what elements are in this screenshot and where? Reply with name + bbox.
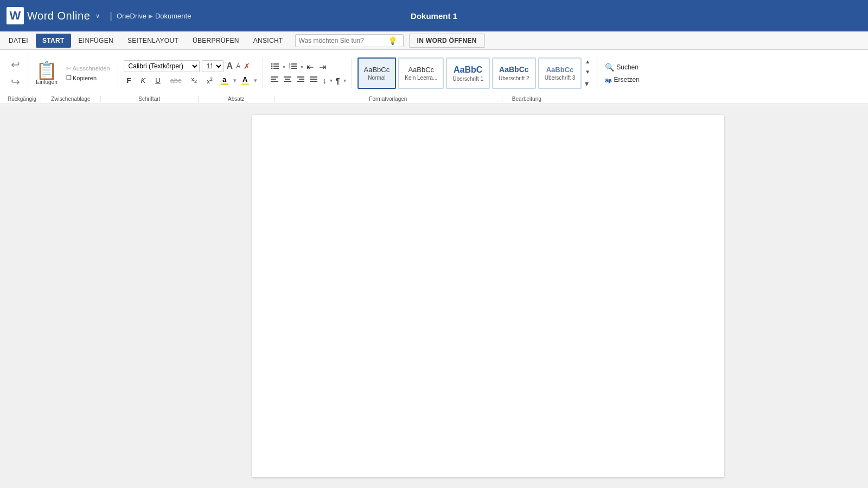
svg-rect-13 — [271, 79, 276, 80]
search-area[interactable]: 💡 — [295, 34, 404, 47]
style-heading3-button[interactable]: AaBbCc Überschrift 3 — [538, 57, 582, 89]
style-heading1-preview: AaBbC — [454, 65, 482, 75]
clipboard-sub-buttons: ✂ Ausschneiden ❒ Kopieren — [64, 65, 112, 82]
svg-point-2 — [271, 65, 272, 67]
find-button[interactable]: 🔍 Suchen — [603, 62, 642, 73]
word-logo-box: W — [7, 7, 24, 24]
line-spacing-button[interactable]: ↕ — [321, 75, 329, 86]
style-heading2-button[interactable]: AaBbCc Überschrift 2 — [492, 57, 536, 89]
numbering-button[interactable]: 1.2.3. — [286, 61, 299, 73]
svg-text:3.: 3. — [289, 67, 291, 70]
italic-button[interactable]: K — [138, 75, 149, 86]
breadcrumb[interactable]: OneDrive ▶ Dokumente — [117, 12, 191, 20]
clear-format-button[interactable]: ✗ — [242, 61, 251, 71]
svg-rect-17 — [285, 79, 290, 80]
line-spacing-dropdown[interactable]: ▾ — [330, 78, 333, 84]
grow-font-button[interactable]: A — [226, 61, 234, 72]
styles-more-button[interactable]: ▾ — [584, 78, 591, 89]
svg-rect-26 — [310, 81, 317, 82]
title-bar: W Word Online ∨ | OneDrive ▶ Dokumente D… — [0, 0, 868, 31]
replace-icon: aᵦ — [605, 76, 611, 84]
label-ruckgangig: Rückgängig — [3, 96, 41, 102]
open-in-word-button[interactable]: IN WORD ÖFFNEN — [409, 34, 485, 48]
title-separator: | — [110, 10, 112, 22]
numbering-dropdown[interactable]: ▾ — [301, 64, 303, 70]
menu-bar: DATEI START EINFÜGEN SEITENLAYOUT ÜBERPR… — [0, 31, 868, 50]
font-color-button[interactable]: a — [219, 74, 230, 86]
show-paragraph-button[interactable]: ¶ — [334, 75, 342, 86]
style-normal-button[interactable]: AaBbCc Normal — [358, 57, 397, 89]
svg-rect-21 — [299, 79, 304, 80]
paragraph-row2: ↕ ▾ ¶ ▾ — [269, 75, 346, 86]
paste-label: Einfügen — [36, 79, 57, 85]
styles-down-button[interactable]: ▼ — [584, 68, 591, 76]
align-left-button[interactable] — [269, 75, 280, 86]
menu-datei[interactable]: DATEI — [2, 34, 35, 48]
style-heading1-name: Überschrift 1 — [452, 76, 483, 82]
font-color-dropdown[interactable]: ▾ — [233, 77, 237, 84]
bullets-button[interactable] — [269, 61, 282, 73]
search-input[interactable] — [299, 37, 386, 44]
svg-rect-18 — [284, 81, 291, 82]
menu-ansicht[interactable]: ANSICHT — [247, 34, 290, 48]
ribbon: ↩ ↪ 📋 Einfügen ✂ Ausschneiden ❒ Kopieren — [0, 50, 868, 104]
document-page[interactable] — [252, 115, 724, 477]
style-no-space-preview: AaBbCc — [408, 66, 434, 74]
font-size-selector[interactable]: 11 — [202, 60, 224, 72]
paragraph-group: ▾ 1.2.3. ▾ ⇤ ⇥ — [263, 59, 352, 88]
justify-button[interactable] — [308, 75, 320, 86]
align-center-button[interactable] — [282, 75, 293, 86]
style-no-space-name: Kein Leerra... — [405, 75, 437, 81]
copy-button[interactable]: ❒ Kopieren — [64, 74, 112, 82]
style-normal-preview: AaBbCc — [364, 66, 390, 74]
show-paragraph-dropdown[interactable]: ▾ — [343, 78, 346, 84]
svg-rect-14 — [271, 81, 278, 82]
svg-rect-11 — [291, 68, 297, 69]
paragraph-row1: ▾ 1.2.3. ▾ ⇤ ⇥ — [269, 61, 346, 73]
highlight-color-button[interactable]: A — [240, 74, 251, 86]
search-lightbulb-icon: 💡 — [388, 36, 397, 45]
document-area[interactable] — [0, 104, 868, 488]
svg-rect-1 — [273, 63, 279, 65]
decrease-indent-button[interactable]: ⇤ — [304, 61, 316, 73]
style-no-space-button[interactable]: AaBbCc Kein Leerra... — [398, 57, 444, 89]
title-dropdown-icon[interactable]: ∨ — [95, 12, 100, 20]
svg-rect-5 — [273, 68, 279, 69]
menu-uberpruefen[interactable]: ÜBERPRÜFEN — [186, 34, 246, 48]
word-logo[interactable]: W Word Online ∨ — [7, 7, 100, 24]
styles-up-button[interactable]: ▲ — [584, 57, 591, 66]
increase-indent-button[interactable]: ⇥ — [317, 61, 328, 73]
highlight-dropdown[interactable]: ▾ — [254, 77, 257, 84]
svg-rect-9 — [291, 66, 297, 67]
font-color-stripe — [221, 84, 228, 85]
font-row2: F K U abc x2 x2 a ▾ A ▾ — [124, 74, 257, 86]
find-icon: 🔍 — [605, 63, 614, 72]
redo-button[interactable]: ↪ — [9, 74, 22, 89]
font-row1: Calibri (Textkörper) 11 A A ✗ — [124, 60, 257, 72]
menu-einfuegen[interactable]: EINFÜGEN — [72, 34, 120, 48]
superscript-button[interactable]: x2 — [203, 75, 216, 86]
breadcrumb-dokumente[interactable]: Dokumente — [155, 12, 191, 20]
breadcrumb-onedrive[interactable]: OneDrive — [117, 12, 146, 20]
strikethrough-button[interactable]: abc — [167, 75, 185, 86]
style-heading2-preview: AaBbCc — [499, 65, 528, 74]
svg-rect-20 — [297, 76, 304, 78]
subscript-button[interactable]: x2 — [188, 74, 201, 86]
shrink-font-button[interactable]: A — [235, 62, 241, 70]
bullets-dropdown[interactable]: ▾ — [283, 64, 285, 70]
style-heading1-button[interactable]: AaBbC Überschrift 1 — [446, 57, 490, 89]
align-right-button[interactable] — [295, 75, 307, 86]
style-heading2-name: Überschrift 2 — [499, 75, 529, 81]
menu-start[interactable]: START — [36, 34, 71, 48]
replace-button[interactable]: aᵦ Ersetzen — [603, 75, 642, 85]
svg-rect-24 — [310, 76, 317, 78]
cut-button[interactable]: ✂ Ausschneiden — [64, 65, 112, 73]
font-name-selector[interactable]: Calibri (Textkörper) — [124, 60, 200, 72]
find-label: Suchen — [616, 63, 639, 71]
underline-button[interactable]: U — [152, 75, 163, 86]
font-color-label: a — [222, 75, 226, 84]
bold-button[interactable]: F — [124, 75, 135, 86]
menu-seitenlayout[interactable]: SEITENLAYOUT — [121, 34, 185, 48]
paste-button[interactable]: 📋 Einfügen — [34, 61, 60, 86]
undo-button[interactable]: ↩ — [9, 57, 22, 72]
